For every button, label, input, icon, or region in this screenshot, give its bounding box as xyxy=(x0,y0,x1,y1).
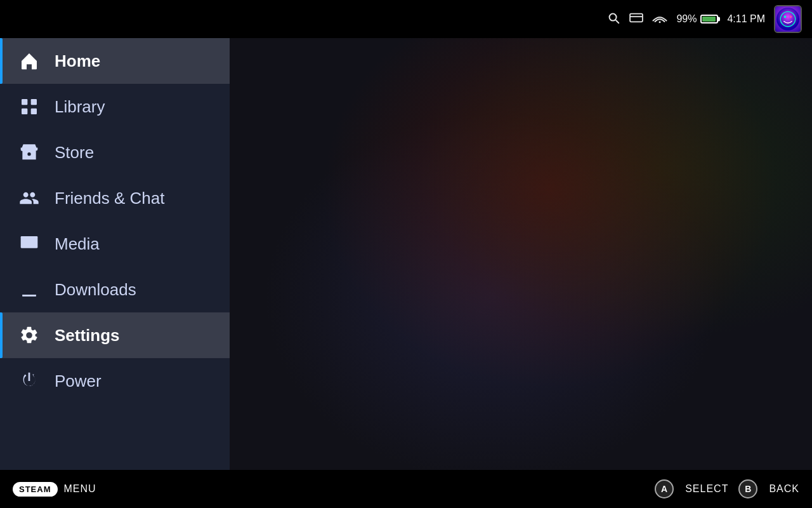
select-label: SELECT xyxy=(685,483,728,495)
friends-icon xyxy=(18,187,41,210)
background-blur xyxy=(230,38,812,470)
downloads-icon xyxy=(18,278,41,301)
top-bar: 99% 4:11 PM xyxy=(0,0,812,38)
a-button[interactable]: A xyxy=(655,479,674,498)
sidebar-item-power[interactable]: Power xyxy=(0,358,230,404)
sidebar-item-store[interactable]: Store xyxy=(0,130,230,175)
sidebar-label-media: Media xyxy=(55,234,100,254)
sidebar-label-friends: Friends & Chat xyxy=(55,189,164,208)
svg-rect-8 xyxy=(31,99,37,105)
sidebar-item-media[interactable]: Media xyxy=(0,221,230,267)
card-icon xyxy=(629,12,643,27)
back-label: BACK xyxy=(769,483,799,495)
main-content xyxy=(230,38,812,470)
svg-point-6 xyxy=(790,16,792,18)
steam-badge[interactable]: STEAM xyxy=(13,482,58,497)
svg-point-5 xyxy=(784,16,787,18)
avatar-image xyxy=(775,6,801,32)
sidebar-label-settings: Settings xyxy=(55,326,120,345)
search-icon[interactable] xyxy=(606,11,620,28)
svg-rect-9 xyxy=(22,109,27,114)
signal-icon xyxy=(652,12,667,27)
sidebar-item-settings[interactable]: Settings xyxy=(0,312,230,358)
sidebar-label-library: Library xyxy=(55,97,105,117)
b-button[interactable]: B xyxy=(738,479,757,498)
battery-icon xyxy=(700,15,718,23)
svg-rect-7 xyxy=(22,99,27,105)
battery-section: 99% xyxy=(676,13,718,25)
sidebar-label-power: Power xyxy=(55,371,102,391)
sidebar-item-friends[interactable]: Friends & Chat xyxy=(0,175,230,221)
media-icon xyxy=(18,232,41,255)
svg-rect-0 xyxy=(630,13,643,22)
home-icon xyxy=(18,50,41,72)
bottom-bar: STEAM MENU A SELECT B BACK xyxy=(0,470,812,508)
store-icon xyxy=(18,141,41,164)
sidebar: Home Library Store Friends & Chat Media … xyxy=(0,38,230,470)
library-icon xyxy=(18,95,41,118)
svg-rect-12 xyxy=(22,295,36,297)
settings-icon xyxy=(18,324,41,347)
bottom-right-controls: A SELECT B BACK xyxy=(655,479,799,498)
avatar[interactable] xyxy=(774,5,802,33)
sidebar-label-store: Store xyxy=(55,143,94,163)
sidebar-label-home: Home xyxy=(55,51,100,71)
clock: 4:11 PM xyxy=(727,13,765,25)
menu-label: MENU xyxy=(64,483,96,495)
sidebar-item-downloads[interactable]: Downloads xyxy=(0,267,230,312)
power-icon xyxy=(18,370,41,392)
sidebar-label-downloads: Downloads xyxy=(55,280,136,300)
svg-rect-10 xyxy=(31,109,37,114)
battery-percent: 99% xyxy=(676,13,697,25)
sidebar-item-home[interactable]: Home xyxy=(0,38,230,84)
svg-point-2 xyxy=(659,21,661,23)
sidebar-item-library[interactable]: Library xyxy=(0,84,230,130)
svg-rect-11 xyxy=(21,236,38,248)
steam-menu-section: STEAM MENU xyxy=(13,482,96,497)
svg-point-3 xyxy=(776,8,799,30)
